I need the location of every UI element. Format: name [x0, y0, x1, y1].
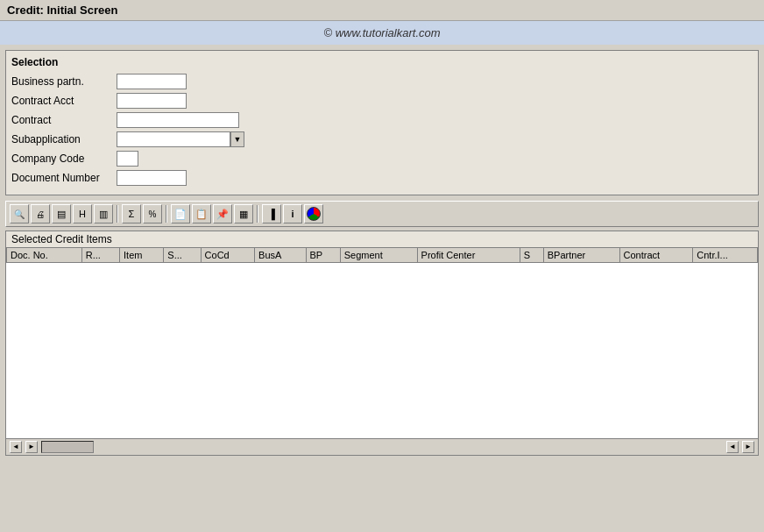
info-icon: i: [291, 209, 294, 219]
percent-icon: %: [149, 209, 157, 219]
business-partn-row: Business partn.: [11, 74, 753, 89]
subapplication-row: Subapplication ▼: [11, 131, 753, 147]
doc-button[interactable]: 📄: [171, 204, 190, 223]
selection-title: Selection: [11, 56, 753, 68]
business-partn-label: Business partn.: [11, 75, 117, 88]
window-title: Credit: Initial Screen: [7, 4, 117, 17]
contract-label: Contract: [11, 114, 117, 126]
save-button[interactable]: H: [73, 204, 92, 223]
table-scroll-container[interactable]: Doc. No. R... Item S... CoCd BusA BP Seg…: [6, 247, 758, 438]
save-icon: H: [79, 209, 86, 219]
contract-input[interactable]: [117, 112, 239, 128]
bar-button[interactable]: ▐: [262, 204, 281, 223]
scroll-track[interactable]: [41, 441, 94, 453]
find-icon: 🔍: [14, 209, 25, 219]
subapplication-input[interactable]: [117, 131, 230, 147]
color-circle-icon: [307, 207, 321, 221]
credit-items-table: Doc. No. R... Item S... CoCd BusA BP Seg…: [6, 247, 758, 438]
company-code-input[interactable]: [117, 151, 138, 167]
col-cntr-i: Cntr.I...: [693, 248, 758, 263]
company-code-row: Company Code: [11, 151, 753, 167]
col-s2: S: [520, 248, 543, 263]
copy-button[interactable]: 📋: [192, 204, 211, 223]
filter2-button[interactable]: ▥: [94, 204, 113, 223]
watermark-text: © www.tutorialkart.com: [323, 26, 440, 39]
business-partn-input[interactable]: [117, 74, 187, 89]
grid-icon: ▦: [239, 209, 248, 220]
empty-row: [7, 263, 758, 438]
doc-icon: 📄: [174, 209, 187, 220]
col-s: S...: [164, 248, 201, 263]
scroll-right-arrow-2[interactable]: ◄: [726, 441, 739, 453]
subapplication-dropdown-btn[interactable]: ▼: [230, 131, 244, 147]
selection-group: Selection Business partn. Contract Acct …: [5, 50, 759, 195]
print-icon: 🖨: [36, 209, 45, 219]
rel-icon: 📌: [216, 209, 229, 220]
col-item: Item: [120, 248, 164, 263]
contract-acct-row: Contract Acct: [11, 93, 753, 109]
col-profit-center: Profit Center: [417, 248, 520, 263]
contract-row: Contract: [11, 112, 753, 128]
filter-icon: ▤: [57, 209, 66, 220]
company-code-label: Company Code: [11, 153, 117, 165]
col-contract: Contract: [619, 248, 693, 263]
scroll-right-arrow-3[interactable]: ►: [742, 441, 754, 453]
title-bar: Credit: Initial Screen: [0, 0, 764, 21]
grid-button[interactable]: ▦: [234, 204, 253, 223]
bottom-scrollbar: ◄ ► ◄ ►: [6, 438, 758, 455]
col-r: R...: [81, 248, 119, 263]
filter2-icon: ▥: [99, 209, 108, 220]
main-content: Selection Business partn. Contract Acct …: [0, 45, 764, 461]
table-header-row: Doc. No. R... Item S... CoCd BusA BP Seg…: [7, 248, 758, 263]
document-number-input[interactable]: [117, 170, 187, 186]
col-bpartner: BPartner: [543, 248, 619, 263]
copy-icon: 📋: [195, 209, 208, 220]
col-bp: BP: [306, 248, 340, 263]
document-number-row: Document Number: [11, 170, 753, 186]
print-button[interactable]: 🖨: [31, 204, 50, 223]
col-busa: BusA: [255, 248, 306, 263]
find-button[interactable]: 🔍: [10, 204, 29, 223]
table-section: Selected Credit Items Doc. No. R... Item…: [5, 231, 759, 456]
col-segment: Segment: [340, 248, 417, 263]
percent-button[interactable]: %: [143, 204, 162, 223]
color-circle-button[interactable]: [304, 204, 323, 223]
subapplication-dropdown-wrapper: ▼: [117, 131, 244, 147]
toolbar-sep-2: [166, 205, 167, 223]
info-button[interactable]: i: [283, 204, 302, 223]
toolbar: 🔍 🖨 ▤ H ▥ Σ % 📄 📋 📌 ▦: [5, 201, 759, 227]
scroll-right-arrow[interactable]: ►: [25, 441, 38, 453]
subapplication-label: Subapplication: [11, 133, 117, 145]
contract-acct-input[interactable]: [117, 93, 187, 109]
sum-icon: Σ: [129, 209, 135, 219]
watermark-bar: © www.tutorialkart.com: [0, 21, 764, 45]
scroll-left-arrow[interactable]: ◄: [10, 441, 22, 453]
rel-button[interactable]: 📌: [213, 204, 232, 223]
toolbar-sep-3: [257, 205, 258, 223]
col-cocd: CoCd: [201, 248, 254, 263]
table-body: [7, 263, 758, 438]
col-doc-no: Doc. No.: [7, 248, 82, 263]
contract-acct-label: Contract Acct: [11, 95, 117, 107]
table-header-label: Selected Credit Items: [6, 231, 758, 247]
sum-button[interactable]: Σ: [122, 204, 141, 223]
document-number-label: Document Number: [11, 172, 117, 184]
bar-icon: ▐: [268, 209, 275, 219]
filter-button[interactable]: ▤: [52, 204, 71, 223]
toolbar-sep-1: [117, 205, 118, 223]
